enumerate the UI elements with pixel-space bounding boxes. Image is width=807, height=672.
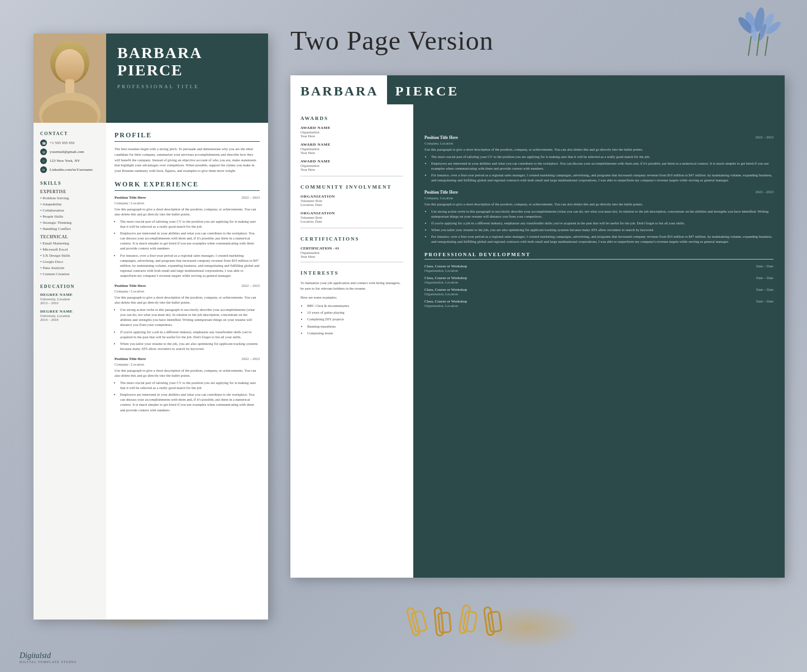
page1-header: BARBARA PIERCE PROFESSIONAL TITLE [34,33,268,123]
work-entry: Position Title Here 2022 – 2023 Company … [114,284,260,351]
svg-point-12 [55,49,84,83]
profdev-title: Class, Course or Workshop [424,287,467,292]
interest-item: Composing music [307,330,403,335]
contact-address: ⌂ 123 New York, NY [40,157,99,164]
work-date: 2022 – 2023 [242,357,260,361]
contact-linkedin: in Linkedin.com/in/Username [40,166,99,173]
page1-title-area: BARBARA PIERCE PROFESSIONAL TITLE [106,33,268,123]
profdev-date: Date – Date [756,264,773,268]
p2r-work-date: 2022 – 2023 [756,135,774,140]
award-entry: AWARD NAME Organization Year Here [300,126,403,138]
profdev-org: Organization, Location [424,280,773,284]
location-icon: ⌂ [40,157,47,164]
linkedin-icon: in [40,166,47,173]
interest-item: 10 years of guitar playing [307,310,403,315]
technical-item: Google Docs [40,260,99,264]
award-entry: AWARD NAME Organization Year Here [300,159,403,171]
interests-list: BBC Click & documentaries10 years of gui… [300,303,403,335]
p2r-work-title: Position Title Here [424,135,458,140]
profdev-date: Date – Date [756,276,773,280]
work-date: 2022 – 2023 [242,195,260,199]
p2r-bullet: The most crucial part of tailoring your … [431,154,773,159]
main-content: BARBARA PIERCE PROFESSIONAL TITLE CONTAC… [0,0,807,642]
community-entry: ORGANIZATION Volunteer Role Location, Da… [300,211,403,223]
expertise-item: Strategic Thinking [40,220,99,225]
page2-last-name: PIERCE [387,75,785,104]
awards-section-title: AWARDS [300,116,403,121]
work-company: Company | Location [114,201,260,205]
interest-item: BBC Click & documentaries [307,303,403,308]
skills-section-title: SKILLS [40,181,99,186]
work-bullet: The most crucial part of tailoring your … [120,380,260,390]
page1-main: PROFILE The best resumes begin with a st… [106,123,268,426]
work-experience-section-title: WORK EXPERIENCE [114,180,260,191]
expertise-item: Handling Conflict [40,227,99,231]
work-title: Position Title Here [114,195,146,200]
work-bullet: Use strong action verbs in this paragrap… [120,307,260,327]
work-bullets: Use strong action verbs in this paragrap… [114,307,260,351]
expertise-list: Problem SolvingAdaptabilityCollaboration… [40,196,99,231]
expertise-item: People Skills [40,214,99,219]
work-entry: Position Title Here 2022 – 2023 Company … [114,195,260,278]
p2r-bullets: Use strong action verbs in this paragrap… [424,209,773,244]
work-company: Company | Location [114,362,260,366]
page2-work-entries: Position Title Here 2022 – 2023 Company,… [424,135,773,244]
p2r-bullet: Use strong action verbs in this paragrap… [431,209,773,219]
community-section-title: COMMUNITY INVOLVMENT [300,184,403,190]
work-bullet: For instance, over a four-year period as… [120,253,260,278]
education-list: DEGREE NAME University, Location 2013 – … [40,292,99,321]
certifications-section-title: CERTIFICATIONS [300,236,403,242]
community-entry: ORGANIZATION Volunteer Role Location, Da… [300,194,403,207]
work-entry: Position Title Here 2022 – 2023 Company … [114,357,260,412]
expertise-item: Collaboration [40,208,99,213]
page1-professional-title: PROFESSIONAL TITLE [117,84,260,89]
interest-item: Running marathons [307,324,403,329]
profdev-org: Organization, Location [424,292,773,296]
p2r-work-desc: Use this paragraph to give a short descr… [424,147,773,152]
p2-work-entry: Position Title Here 2022 – 2023 Company,… [424,190,773,244]
technical-list: Email MarketingMicrosoft ExcelUX Design … [40,241,99,276]
work-description: Use this paragraph to give a short descr… [114,368,260,378]
certifications-list: CERTIFICATION - #1 Organization Year Her… [300,246,403,258]
technical-item: Data Analysis [40,266,99,270]
p2r-bullet: If you're applying for a job in a differ… [431,220,773,225]
page2-first-name: BARBARA [290,75,387,104]
interest-item: Completing DIY projects [307,316,403,321]
technical-item: UX Design Skills [40,253,99,258]
work-title: Position Title Here [114,357,146,361]
svg-rect-19 [438,612,451,633]
profile-section-title: PROFILE [114,131,260,142]
svg-rect-21 [462,611,477,632]
p2r-work-title: Position Title Here [424,190,458,195]
page1-name: BARBARA PIERCE [117,45,260,79]
professional-development-title: PROFESSIONAL DEVELOPMENT [424,252,773,260]
p2r-work-desc: Use this paragraph to give a short descr… [424,201,773,207]
work-company: Company | Location [114,289,260,293]
profdev-entry: Class, Course or Workshop Date – Date Or… [424,299,773,308]
contact-phone: ☎ +1 555 555 555 [40,140,99,146]
technical-item: Microsoft Excel [40,247,99,252]
work-bullets: The most crucial part of tailoring your … [114,219,260,278]
profdev-org: Organization, Location [424,268,773,272]
award-entry: AWARD NAME Organization Year Here [300,142,403,155]
work-date: 2022 – 2023 [242,284,260,287]
professional-development-entries: Class, Course or Workshop Date – Date Or… [424,264,773,308]
interests-section-title: INTERESTS [300,270,403,276]
page2-left-column: AWARDS AWARD NAME Organization Year Here… [290,104,413,578]
p2r-bullet: For instance, over a four-year period as… [431,172,773,183]
work-entries-p1: Position Title Here 2022 – 2023 Company … [114,195,260,412]
technical-item: Email Marketing [40,241,99,246]
work-bullet: When you tailor your resume to the job, … [120,341,260,351]
two-page-title: Two Page Version [290,25,785,56]
education-section-title: EDUCATION [40,284,99,289]
p2r-bullet: When you tailor your resume to the job, … [431,227,773,232]
right-section: Two Page Version BARBARA PIERCE AWARDS A… [290,22,785,578]
email-icon: ✉ [40,148,47,155]
page2-right-column: Position Title Here 2022 – 2023 Company,… [413,104,785,578]
interests-examples-label: Here are some examples: [300,295,403,300]
work-bullet: The most crucial part of tailoring your … [120,219,260,229]
p2r-bullets: The most crucial part of tailoring your … [424,154,773,183]
page-2: BARBARA PIERCE AWARDS AWARD NAME Organiz… [290,75,785,578]
profdev-date: Date – Date [756,287,773,292]
contact-email: ✉ yourmail@gmail.com [40,148,99,155]
